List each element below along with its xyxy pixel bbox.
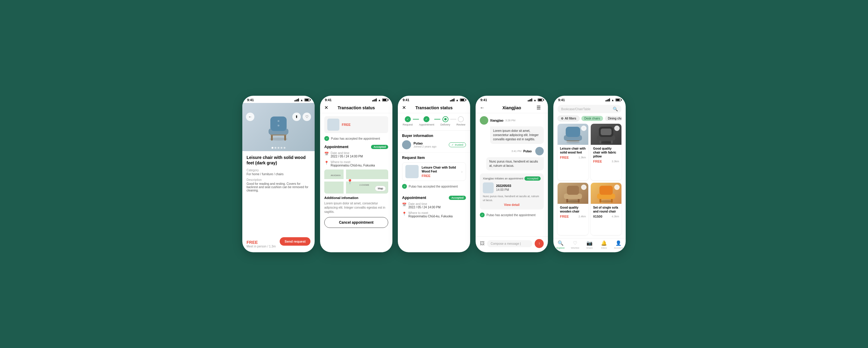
map-button[interactable]: Map <box>375 186 386 191</box>
message-input[interactable]: Compose a message | <box>487 240 532 247</box>
status-bar-2: 9:41 ▲ <box>320 96 393 103</box>
transaction-title-2: Transaction status <box>332 105 381 110</box>
time-5: 9:41 <box>558 98 565 102</box>
status-bar-4: 9:41 ▲ <box>475 96 548 103</box>
nav-explore[interactable]: 🔍 Explore <box>553 240 568 249</box>
step-circle-delivery <box>442 116 448 122</box>
item-thumb <box>405 165 418 178</box>
check-trusted: ✓ <box>452 143 454 146</box>
product-card-2[interactable]: ♡ Good quality chair with fabric pillow … <box>591 124 621 180</box>
accepted-text-4: Putao has accepted the appointment <box>487 213 535 217</box>
close-button-2[interactable]: ✕ <box>324 105 332 110</box>
battery-icon-5 <box>615 98 621 101</box>
back-button-4[interactable]: ← <box>480 105 487 110</box>
accepted-text-2: Putao has accepted the appointment <box>331 137 380 140</box>
send-message-button[interactable]: ↑ <box>535 239 544 248</box>
wishlist-button[interactable]: ♡ <box>303 113 311 121</box>
item-card[interactable]: Leisure Chair with Solid Wood Feet FREE … <box>402 162 466 181</box>
appt-initiator: Xiangjiao initiates an appointment <box>483 177 524 180</box>
message-1: Xiangjiao 3:28 PM Lorem ipsum dolor sit … <box>480 116 544 144</box>
step-appointment: ✓ Appointment <box>419 116 434 126</box>
battery-icon-2 <box>382 98 388 101</box>
nav-account[interactable]: 👤 Account <box>611 240 626 249</box>
close-button-3[interactable]: ✕ <box>402 105 409 110</box>
product-info-3: Good quality wooden chair FREE 2.4km <box>558 204 588 220</box>
map-box-2: 📍 AKASAKA 2-CHOME Map <box>324 170 388 194</box>
cancel-appointment-button[interactable]: Cancel appointment <box>324 217 388 228</box>
arrow-icon: › <box>461 169 463 174</box>
all-filters-tag[interactable]: ⚙ All filters <box>558 115 580 121</box>
back-button[interactable]: ← <box>246 113 254 121</box>
share-button[interactable]: ⬆ <box>292 113 301 121</box>
filter-icon: ⚙ <box>561 117 564 120</box>
search-icon[interactable]: 🔍 <box>613 107 618 111</box>
menu-button-4[interactable]: ☰ <box>536 105 544 110</box>
product-img-3: ♡ <box>558 183 588 204</box>
appt-desc: Nunc purus risus, hendrerit et iaculis a… <box>483 195 541 202</box>
accepted-row-2: ✓ Putao has accepted the appointment <box>324 136 388 141</box>
product-grid: ♡ Leisure chair with solid wood feet FRE… <box>553 124 626 238</box>
svg-point-18 <box>566 200 580 203</box>
buyer-info-section: Buyer information Putao Joined 2 years a… <box>398 131 470 152</box>
buyer-name: Putao <box>413 141 436 145</box>
meet-row-2: 📍 Where to meet Ropponmatsu Chūō-ku, Fuk… <box>324 161 388 167</box>
check-icon-2: ✓ <box>324 136 329 141</box>
map-label-akasaka: AKASAKA <box>331 174 341 176</box>
description-label: Description <box>247 178 310 181</box>
free-item-banner: FREE <box>324 116 388 133</box>
step-review: Review <box>456 116 465 126</box>
desk-chairs-tag[interactable]: Desk chairs <box>581 116 603 121</box>
explore-icon: 🔍 <box>558 240 564 246</box>
product-img-2: ♡ <box>591 124 621 145</box>
appt-card-header: Xiangjiao initiates an appointment Accep… <box>483 176 541 181</box>
step-line-2 <box>434 119 441 119</box>
product-card-1[interactable]: ♡ Leisure chair with solid wood feet FRE… <box>558 124 588 180</box>
image-attach-button[interactable]: 🖼 <box>480 241 485 246</box>
category-label: Category <box>247 169 310 172</box>
phone-chat: 9:41 ▲ ← Xiangjiao ☰ Xian <box>475 96 548 252</box>
step-label-delivery: Delivery <box>440 123 450 126</box>
map-pin: 📍 <box>347 179 353 184</box>
view-detail-button[interactable]: View detail <box>483 203 541 207</box>
appointment-section-title: Appointment Accepted <box>324 144 388 149</box>
chair-illustration <box>242 103 315 151</box>
product-price-3: FREE <box>560 215 569 218</box>
product-card-4[interactable]: ♡ Set of single sofa and round chair ¥15… <box>591 183 621 235</box>
calendar-icon-2: 📅 <box>324 152 329 156</box>
status-bar-1: 9:41 ▲ <box>242 96 315 103</box>
step-label-appointment: Appointment <box>419 123 434 126</box>
buyer-info-title: Buyer information <box>402 134 466 138</box>
msg-bubble-2: Nunc purus risus, hendrerit et iaculis a… <box>486 157 544 170</box>
nav-wishlist[interactable]: ♡ Wishlist <box>568 240 582 249</box>
send-request-button[interactable]: Send request <box>280 237 310 246</box>
inbox-nav-label: Inbox <box>601 247 607 249</box>
svg-rect-22 <box>567 186 579 195</box>
status-icons-5: ▲ <box>606 98 621 102</box>
dining-chairs-tag[interactable]: Dining chairs <box>605 116 621 121</box>
calendar-icon-3: 📅 <box>402 203 407 207</box>
check-icon-3: ✓ <box>402 184 407 189</box>
product-distance-1: 1.3km <box>578 156 586 159</box>
free-label: FREE <box>342 123 350 127</box>
appointment-card: Xiangjiao initiates an appointment Accep… <box>480 173 544 210</box>
signal-bars-2 <box>372 98 377 101</box>
product-name-3: Good quality wooden chair <box>560 206 586 213</box>
nav-inbox[interactable]: 🔔 Inbox <box>597 240 611 249</box>
status-bar-3: 9:41 ▲ <box>398 96 470 103</box>
nav-share[interactable]: 📷 Share <box>582 240 597 249</box>
item-thumbnail <box>327 118 339 131</box>
accepted-row-3: ✓ Putao has accepted the appointment <box>398 184 470 189</box>
map-label-2chome: 2-CHOME <box>360 184 369 186</box>
wishlist-nav-icon: ♡ <box>573 240 577 246</box>
product-distance-2: 3.3km <box>612 160 619 163</box>
location-icon-2: 📍 <box>324 161 329 165</box>
appt-badge: Accepted <box>524 176 541 181</box>
map-road-h <box>324 179 388 181</box>
phone-browse: 9:41 ▲ Bookcase/Chair/Table 🔍 ⚙ <box>553 96 626 252</box>
product-card-3[interactable]: ♡ Good quality wooden chair FREE 2.4km <box>558 183 588 235</box>
step-request: ✓ Request <box>403 116 413 126</box>
buyer-avatar <box>402 140 411 149</box>
msg-time-2: 3:41 PM <box>512 150 522 152</box>
trusted-badge: ✓ trusted <box>449 142 466 147</box>
search-input[interactable]: Bookcase/Chair/Table <box>561 107 611 111</box>
